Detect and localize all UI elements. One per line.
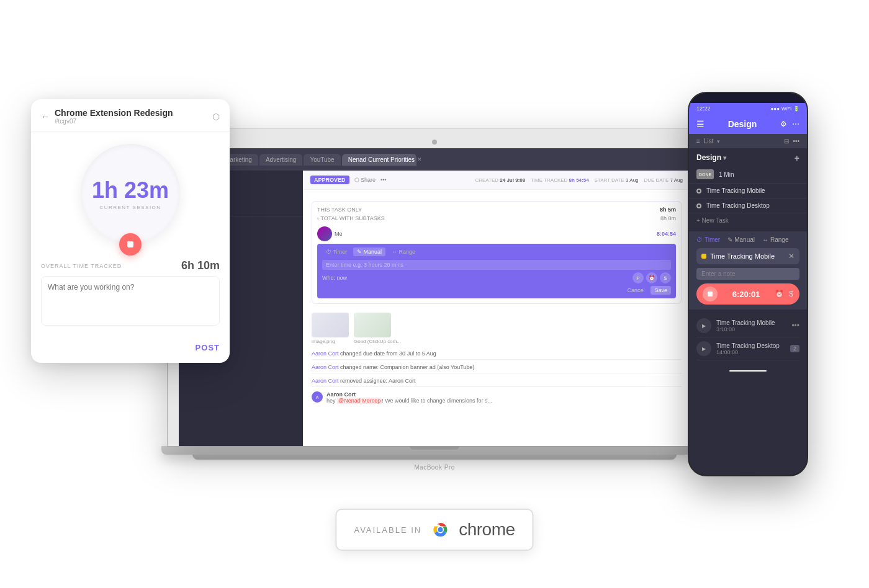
overall-time: 6h 10m	[181, 259, 220, 272]
laptop-notch	[410, 446, 459, 450]
history-info: Time Tracking Mobile 3:10:00	[716, 319, 786, 332]
timer-history-icon[interactable]: ⏰	[775, 290, 784, 298]
who-dollar-btn[interactable]: $	[660, 272, 671, 283]
macbook-label: MacBook Pro	[414, 464, 455, 471]
phone-section-design: Design ▾ +	[689, 148, 807, 166]
task-item-desktop[interactable]: Time Tracking Desktop	[689, 198, 807, 213]
extension-title: Chrome Extension Redesign	[55, 108, 207, 118]
webcam	[432, 140, 437, 145]
activity-name-change: Aaron Cort changed name: Companion banne…	[312, 362, 682, 373]
manual-entry-box: ⏱ Timer ✎ Manual ↔ Range Enter time e.g.…	[317, 244, 676, 298]
svg-point-2	[438, 527, 443, 532]
manual-tab-icon: ✎	[727, 236, 732, 243]
status-badge: APPROVED	[310, 176, 349, 184]
note-input[interactable]: Enter a note	[696, 268, 799, 280]
time-entry-input[interactable]: Enter time e.g. 3 hours 20 mins	[322, 260, 671, 270]
history-task-name: Time Tracking Desktop	[716, 342, 785, 349]
task-body: THIS TASK ONLY 8h 5m ▫ TOTAL WITH SUBTAS…	[303, 190, 690, 412]
time-tracking-section: THIS TASK ONLY 8h 5m ▫ TOTAL WITH SUBTAS…	[312, 201, 682, 304]
timer-history-list: ▶ Time Tracking Mobile 3:10:00 ••• ▶ Tim…	[689, 310, 807, 365]
play-button[interactable]: ▶	[696, 341, 711, 356]
timer-tab-icon: ⏱	[696, 236, 703, 243]
section-dropdown[interactable]: ▾	[723, 154, 726, 161]
phone-timer-time: 6:20:01	[732, 290, 760, 299]
more-icon[interactable]: ⋯	[792, 120, 799, 128]
work-description-input[interactable]	[41, 276, 220, 326]
stop-icon	[708, 292, 713, 296]
laptop-foot	[192, 455, 677, 460]
phone-status-icons: ●●● WiFi 🔋	[771, 106, 800, 112]
tab-manual[interactable]: ✎ Manual	[353, 247, 385, 256]
settings-icon[interactable]: ⚙	[780, 120, 787, 128]
tab-timer[interactable]: ⏱ Timer	[322, 247, 351, 256]
activity-date-change: Aaron Cort changed due date from 30 Jul …	[312, 348, 682, 360]
app-content: Marketing Advertising YouTube	[179, 171, 690, 446]
list-dropdown-icon[interactable]: ▾	[717, 138, 720, 145]
chrome-availability-badge[interactable]: AVAILABLE IN chrome	[335, 509, 533, 551]
time-entry-actions: Cancel Save	[322, 286, 671, 295]
task-name-desktop: Time Tracking Desktop	[706, 202, 799, 209]
extension-header: ← Chrome Extension Redesign #tcgv07 ⬡	[31, 99, 230, 131]
history-badge: 2	[790, 345, 799, 352]
phone-tab-manual[interactable]: ✎ Manual	[727, 236, 755, 243]
laptop-base: MacBook Pro	[161, 446, 708, 455]
active-task-row: Time Tracking Mobile ✕	[696, 248, 799, 264]
phone-screen: 12:22 ●●● WiFi 🔋 ☰ Design ⚙ ⋯ ≡ List	[689, 103, 807, 475]
thumbnail-label2: Good (ClickUp com...	[354, 339, 401, 344]
phone-stop-button[interactable]	[703, 287, 718, 301]
cancel-button[interactable]: Cancel	[623, 286, 648, 295]
stop-timer-button[interactable]	[119, 233, 142, 256]
task-name-1min: 1 Min	[719, 171, 799, 178]
thumbnail-label: image.png	[312, 339, 349, 344]
overall-label: OVERALL TIME TRACKED	[41, 263, 122, 269]
time-entry-tabs: ⏱ Timer ✎ Manual ↔ Range	[322, 247, 671, 256]
tab-advertising[interactable]: Advertising	[259, 154, 302, 166]
task-name-mobile: Time Tracking Mobile	[706, 187, 799, 194]
list-view-label[interactable]: List	[704, 138, 714, 145]
hamburger-icon[interactable]: ☰	[696, 119, 705, 129]
who-clock-btn[interactable]: ⏰	[646, 272, 657, 283]
task-item-mobile[interactable]: Time Tracking Mobile	[689, 184, 807, 198]
history-task-time: 3:10:00	[716, 326, 786, 332]
remove-task-button[interactable]: ✕	[788, 252, 795, 261]
timer-dollar-icon[interactable]: $	[789, 290, 793, 298]
tab-nenad[interactable]: Nenad Current Priorities ✕	[342, 154, 416, 166]
tab-youtube[interactable]: YouTube	[304, 154, 340, 166]
task-panel: APPROVED ⬡ Share ••• CREATED 24 Jul 9:08…	[303, 171, 690, 446]
new-task-button[interactable]: + New Task	[689, 213, 807, 228]
expand-icon[interactable]: ⬡	[212, 112, 220, 122]
back-button[interactable]: ←	[41, 112, 50, 122]
time-this-task: THIS TASK ONLY 8h 5m	[317, 207, 676, 213]
filter-icon[interactable]: ⊟	[784, 138, 789, 145]
task-item-1min[interactable]: DONE 1 Min	[689, 166, 807, 184]
save-button[interactable]: Save	[651, 286, 671, 295]
browser-screen: Marketing Advertising YouTube Nenad Curr…	[179, 148, 690, 446]
commenter-avatar: A	[312, 391, 323, 403]
thumbnail-row: image.png Good (ClickUp com...	[312, 309, 682, 348]
task-menu[interactable]: •••	[380, 177, 386, 183]
activity-assignee-change: Aaron Cort removed assignee: Aaron Cort	[312, 375, 682, 387]
timer-session-label: CURRENT SESSION	[99, 205, 161, 210]
history-actions: 2	[790, 345, 799, 352]
phone-time: 12:22	[696, 105, 711, 112]
history-item-mobile: ▶ Time Tracking Mobile 3:10:00 •••	[696, 314, 799, 337]
post-button[interactable]: POST	[196, 343, 220, 352]
phone-device: 12:22 ●●● WiFi 🔋 ☰ Design ⚙ ⋯ ≡ List	[689, 93, 807, 475]
active-task-name: Time Tracking Mobile	[710, 252, 788, 260]
who-person-btn[interactable]: P	[633, 272, 644, 283]
section-add-icon[interactable]: +	[795, 153, 799, 163]
more-list-icon[interactable]: •••	[793, 138, 799, 145]
range-tab-icon: ↔	[762, 236, 768, 243]
phone-tab-range[interactable]: ↔ Range	[762, 236, 788, 243]
phone-notch	[729, 93, 767, 103]
tab-range[interactable]: ↔ Range	[388, 247, 419, 256]
phone-tab-timer[interactable]: ⏱ Timer	[696, 236, 720, 243]
post-button-container: POST	[31, 342, 230, 363]
play-button[interactable]: ▶	[696, 318, 711, 333]
history-more-icon[interactable]: •••	[791, 321, 799, 330]
phone-header-actions: ⚙ ⋯	[780, 120, 799, 128]
tab-close-icon[interactable]: ✕	[417, 156, 422, 163]
history-task-name: Time Tracking Mobile	[716, 319, 786, 326]
overall-time-row: OVERALL TIME TRACKED 6h 10m	[41, 253, 220, 276]
task-share[interactable]: ⬡ Share	[354, 177, 376, 183]
